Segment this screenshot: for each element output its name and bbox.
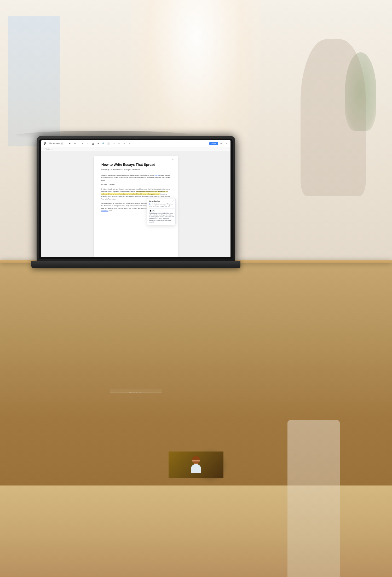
comment-header: Nathan Baschez ✓ bbox=[149, 200, 174, 202]
svg-rect-2 bbox=[45, 142, 46, 143]
laptop: ⌘ Commands B 👁 ⊞ B I U S bbox=[37, 136, 235, 282]
italic-btn[interactable]: I bbox=[86, 141, 90, 146]
commands-label: Commands bbox=[51, 142, 60, 144]
app-logo bbox=[43, 142, 47, 145]
layout-icon-btn[interactable]: ⊞ bbox=[73, 141, 77, 146]
dash-btn[interactable]: — bbox=[117, 141, 121, 146]
chair-background bbox=[287, 420, 340, 577]
svg-rect-3 bbox=[45, 143, 46, 144]
settings-btn[interactable]: ⚙ bbox=[219, 141, 223, 146]
laptop-model-label: MacBook Air bbox=[129, 391, 142, 393]
ai-name: Lex bbox=[152, 210, 154, 212]
underline-btn[interactable]: U bbox=[91, 141, 95, 146]
comment-username: Nathan Baschez bbox=[149, 200, 160, 202]
person-body bbox=[197, 464, 201, 473]
laptop-camera bbox=[135, 137, 137, 139]
avatar-person bbox=[197, 457, 204, 478]
svg-rect-1 bbox=[44, 143, 45, 143]
author-avatar bbox=[197, 452, 223, 478]
document-subtitle: Everything I've learned about writing on… bbox=[101, 169, 170, 170]
undo-btn[interactable]: ↩ bbox=[122, 141, 126, 146]
app-main: ⚙ How to Write Essays That Spread Everyt… bbox=[41, 151, 230, 257]
laptop-lid: ⌘ Commands B 👁 ⊞ B I U S bbox=[37, 136, 235, 261]
comment-mention: @Lex bbox=[149, 203, 152, 205]
window-left bbox=[8, 16, 60, 146]
document-title: How to Write Essays That Spread bbox=[101, 163, 170, 167]
paragraph-1: Since we started Every three years ago, … bbox=[101, 174, 170, 181]
toolbar-divider-1 bbox=[66, 142, 66, 145]
image-btn[interactable]: ⬜ bbox=[107, 141, 111, 146]
code-btn[interactable]: </> bbox=[112, 141, 116, 146]
version-arrow: › bbox=[52, 148, 53, 150]
ai-icon bbox=[150, 210, 151, 212]
commands-shortcut: B bbox=[61, 142, 63, 145]
svg-rect-4 bbox=[44, 144, 45, 144]
highlight-yellow: We had a nine-foot bookshelf that stretc… bbox=[101, 191, 168, 195]
toolbar-divider-2 bbox=[79, 142, 79, 145]
ai-response-text: The detail about the nine-foot bookshelf… bbox=[149, 213, 174, 223]
ai-badge: Lex bbox=[149, 210, 155, 212]
app-chrome: ⌘ Commands B 👁 ⊞ B I U S bbox=[41, 140, 230, 257]
svg-rect-5 bbox=[44, 144, 45, 144]
page-settings-icon[interactable]: ⚙ bbox=[172, 158, 175, 162]
background-scene: ⌘ Commands B 👁 ⊞ B I U S bbox=[0, 0, 392, 577]
comment-check[interactable]: ✓ bbox=[172, 200, 174, 202]
comment-panel: Nathan Baschez ✓ @Lex is this detail nec… bbox=[147, 198, 176, 225]
claims-link[interactable]: claims bbox=[155, 174, 159, 176]
document-page: ⚙ How to Write Essays That Spread Everyt… bbox=[94, 156, 178, 257]
redo-btn[interactable]: ↪ bbox=[128, 141, 132, 146]
svg-rect-6 bbox=[44, 144, 45, 145]
link-btn[interactable]: 🔗 bbox=[101, 141, 106, 146]
background-figure bbox=[301, 39, 366, 196]
person-beard bbox=[197, 461, 199, 464]
comment-body: @Lex is this detail necessary? If I incl… bbox=[149, 203, 174, 207]
bold-btn[interactable]: B bbox=[80, 141, 85, 146]
version-label: Version 1 bbox=[45, 148, 51, 150]
commands-button[interactable]: ⌘ Commands B bbox=[48, 142, 64, 145]
document-area[interactable]: ⚙ How to Write Essays That Spread Everyt… bbox=[41, 151, 230, 257]
laptop-screen: ⌘ Commands B 👁 ⊞ B I U S bbox=[41, 140, 230, 257]
lex-logo-section bbox=[169, 452, 223, 478]
eye-icon-btn[interactable]: 👁 bbox=[68, 141, 72, 146]
help-btn[interactable]: ? bbox=[224, 141, 228, 146]
ai-response: Lex The detail about the nine-foot books… bbox=[149, 208, 174, 223]
version-bar: Version 1 › bbox=[41, 147, 230, 151]
screen-bezel: ⌘ Commands B 👁 ⊞ B I U S bbox=[39, 139, 233, 259]
svg-rect-0 bbox=[44, 142, 45, 143]
person-hair bbox=[197, 456, 200, 460]
command-icon: ⌘ bbox=[49, 142, 51, 145]
sometimes-link[interactable]: sometimes bbox=[101, 210, 108, 212]
laptop-base: MacBook Air bbox=[31, 261, 240, 268]
paragraph-2: It's been… a journey. bbox=[101, 184, 170, 186]
person-head bbox=[197, 457, 200, 464]
app-toolbar: ⌘ Commands B 👁 ⊞ B I U S bbox=[41, 140, 230, 147]
strikethrough-btn[interactable]: S bbox=[96, 141, 100, 146]
share-button[interactable]: Share bbox=[209, 142, 218, 145]
